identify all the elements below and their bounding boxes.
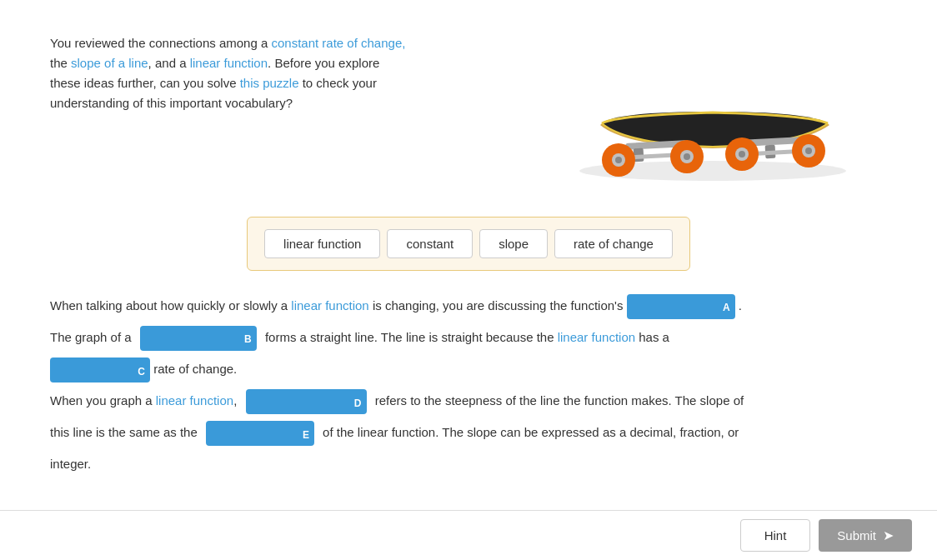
top-section: You reviewed the connections among a con… <box>50 25 887 192</box>
s1-period: . <box>739 298 742 312</box>
s2-highlight-linear: linear function <box>558 330 635 344</box>
bottom-bar: Hint Submit ➤ <box>0 510 937 560</box>
blank-e[interactable]: E <box>206 421 314 446</box>
word-bank: linear function constant slope rate of c… <box>247 217 690 271</box>
highlight-slope-line: slope of a line <box>71 56 148 70</box>
word-chip-constant[interactable]: constant <box>387 229 473 258</box>
svg-point-12 <box>684 153 690 160</box>
blank-b-label: B <box>239 331 257 351</box>
s3-text-before: When you graph a linear function, <box>50 393 237 408</box>
word-chip-linear-function[interactable]: linear function <box>264 229 380 258</box>
blank-b[interactable]: B <box>140 326 257 351</box>
word-chip-rate-of-change[interactable]: rate of change <box>554 229 673 258</box>
intro-text: You reviewed the connections among a con… <box>50 25 534 113</box>
submit-button[interactable]: Submit ➤ <box>819 519 912 552</box>
s1-text-before: When talking about how quickly or slowly… <box>50 298 623 312</box>
svg-point-9 <box>615 157 622 163</box>
blank-a[interactable]: A <box>627 294 735 319</box>
sentence-3: When you graph a linear function, D refe… <box>50 389 887 414</box>
svg-point-15 <box>739 151 745 158</box>
blank-d-label: D <box>349 395 367 415</box>
main-container: You reviewed the connections among a con… <box>0 0 937 560</box>
blank-c-label: C <box>133 363 150 383</box>
hint-button[interactable]: Hint <box>740 519 811 552</box>
highlight-constant-rate: constant rate of change, <box>271 36 405 50</box>
submit-label: Submit <box>837 528 876 542</box>
sentence-2: The graph of a B forms a straight line. … <box>50 326 887 351</box>
word-chip-slope[interactable]: slope <box>479 229 548 258</box>
s3-text-after: refers to the steepness of the line the … <box>375 393 744 408</box>
highlight-puzzle: this puzzle <box>240 76 299 90</box>
s4-text-before: this line is the same as the <box>50 425 198 439</box>
skateboard-image <box>550 25 867 192</box>
sentence-4b: integer. <box>50 452 887 475</box>
highlight-linear-function: linear function <box>190 56 268 70</box>
s2-text-before: The graph of a <box>50 330 132 344</box>
submit-arrow-icon: ➤ <box>883 528 894 543</box>
blank-a-label: A <box>718 299 735 319</box>
sentence-1: When talking about how quickly or slowly… <box>50 294 887 319</box>
s4-text-after: of the linear function. The slope can be… <box>323 425 739 439</box>
s2-end: rate of change. <box>153 362 237 376</box>
sentence-4: this line is the same as the E of the li… <box>50 421 887 446</box>
content-section: When talking about how quickly or slowly… <box>50 294 887 475</box>
s2-text-after: forms a straight line. The line is strai… <box>265 330 669 344</box>
blank-c[interactable]: C <box>50 358 150 382</box>
s3-highlight-linear: linear function <box>156 393 233 408</box>
blank-e-label: E <box>298 427 314 447</box>
blank-d[interactable]: D <box>246 389 367 414</box>
svg-point-18 <box>805 148 812 154</box>
sentence-2b: C rate of change. <box>50 358 887 382</box>
s4-integer: integer. <box>50 457 91 471</box>
s1-highlight-linear: linear function <box>291 298 368 312</box>
